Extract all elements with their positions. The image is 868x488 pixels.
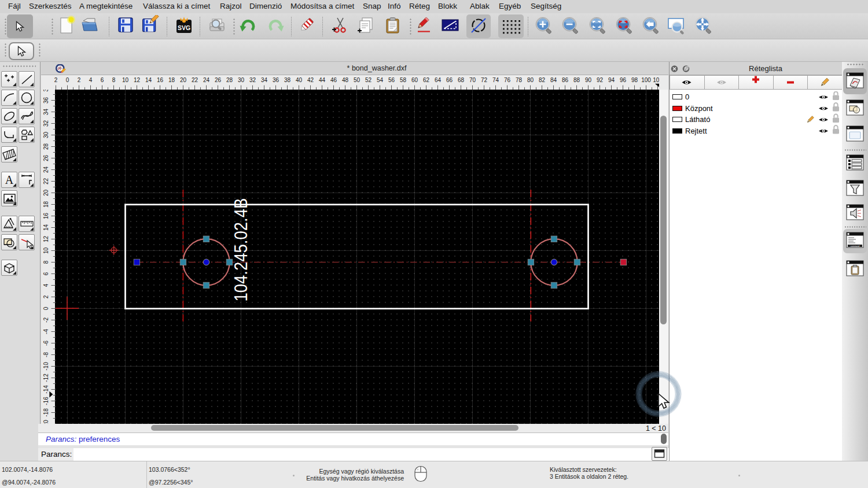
svg-text:24: 24 (43, 167, 49, 173)
svg-text:86: 86 (562, 77, 569, 83)
svg-text:104.245.02.4B: 104.245.02.4B (231, 198, 251, 302)
svg-text:0: 0 (66, 77, 69, 83)
svg-text:6: 6 (101, 77, 104, 83)
svg-text:42: 42 (307, 77, 314, 83)
svg-text:68: 68 (458, 77, 465, 83)
svg-text:38: 38 (43, 90, 49, 92)
svg-text:74: 74 (492, 77, 499, 83)
svg-text:28: 28 (43, 143, 49, 150)
svg-text:22: 22 (192, 77, 198, 83)
svg-text:12: 12 (43, 236, 49, 243)
svg-text:-6: -6 (43, 341, 49, 346)
svg-text:84: 84 (550, 77, 557, 83)
svg-text:2: 2 (54, 77, 58, 83)
svg-text:-14: -14 (43, 385, 49, 394)
svg-text:100: 100 (641, 77, 651, 83)
svg-text:24: 24 (203, 77, 210, 83)
svg-text:Réteglista: Réteglista (749, 64, 783, 73)
svg-text:14: 14 (145, 77, 152, 83)
svg-text:-18: -18 (43, 408, 49, 417)
svg-text:38: 38 (284, 77, 291, 83)
svg-text:-16: -16 (43, 397, 49, 405)
svg-text:78: 78 (516, 77, 523, 83)
svg-text:-20: -20 (43, 420, 49, 424)
svg-text:command: command (851, 245, 859, 247)
svg-text:10: 10 (122, 77, 129, 83)
svg-text:8: 8 (43, 260, 49, 264)
svg-text:90: 90 (585, 77, 592, 83)
svg-text:82: 82 (539, 77, 546, 83)
svg-text:26: 26 (215, 77, 222, 83)
svg-text:-2: -2 (43, 317, 49, 323)
svg-text:26: 26 (43, 155, 49, 162)
svg-text:10: 10 (43, 247, 49, 254)
svg-text:92: 92 (597, 77, 604, 83)
svg-text:34: 34 (261, 77, 268, 83)
svg-text:44: 44 (319, 77, 326, 83)
svg-text:66: 66 (446, 77, 453, 83)
svg-text:34: 34 (43, 109, 49, 116)
svg-text:40: 40 (296, 77, 303, 83)
svg-text:50: 50 (354, 77, 361, 83)
svg-text:36: 36 (43, 97, 49, 104)
svg-text:18: 18 (168, 77, 175, 83)
svg-text:62: 62 (423, 77, 430, 83)
svg-text:8: 8 (112, 77, 116, 83)
svg-text:56: 56 (388, 77, 395, 83)
svg-text:-12: -12 (43, 374, 49, 382)
svg-text:80: 80 (527, 77, 534, 83)
svg-text:2: 2 (43, 295, 49, 298)
svg-text:-4: -4 (43, 329, 49, 334)
svg-text:48: 48 (342, 77, 349, 83)
svg-text:4: 4 (43, 283, 49, 287)
svg-text:30: 30 (238, 77, 245, 83)
svg-text:72: 72 (481, 77, 488, 83)
svg-text:28: 28 (226, 77, 233, 83)
svg-text:54: 54 (377, 77, 384, 83)
svg-text:98: 98 (631, 77, 638, 83)
svg-text:14: 14 (43, 224, 49, 231)
svg-text:96: 96 (620, 77, 627, 83)
svg-text:SVG: SVG (178, 24, 190, 31)
svg-text:20: 20 (43, 190, 49, 197)
svg-text:94: 94 (608, 77, 615, 83)
svg-text:-10: -10 (43, 362, 49, 371)
svg-text:4: 4 (89, 77, 93, 83)
svg-text:2: 2 (78, 77, 81, 83)
svg-text:30: 30 (43, 132, 49, 139)
svg-text:46: 46 (330, 77, 337, 83)
svg-text:64: 64 (435, 77, 442, 83)
svg-text:16: 16 (157, 77, 164, 83)
svg-text:52: 52 (365, 77, 372, 83)
svg-text:32: 32 (249, 77, 256, 83)
svg-text:58: 58 (400, 77, 407, 83)
svg-text:0: 0 (43, 306, 49, 310)
svg-text:36: 36 (273, 77, 279, 83)
svg-text:16: 16 (43, 213, 49, 220)
svg-text:76: 76 (504, 77, 511, 83)
svg-text:88: 88 (573, 77, 580, 83)
svg-text:12: 12 (134, 77, 141, 83)
svg-text:32: 32 (43, 120, 49, 127)
svg-text:18: 18 (43, 201, 49, 208)
svg-text:70: 70 (469, 77, 476, 83)
svg-text:A: A (5, 173, 14, 186)
svg-text:6: 6 (43, 272, 49, 275)
svg-text:20: 20 (180, 77, 187, 83)
svg-text:-8: -8 (43, 352, 49, 357)
svg-text:60: 60 (411, 77, 418, 83)
svg-text:22: 22 (43, 178, 49, 185)
svg-text:102: 102 (653, 77, 659, 83)
